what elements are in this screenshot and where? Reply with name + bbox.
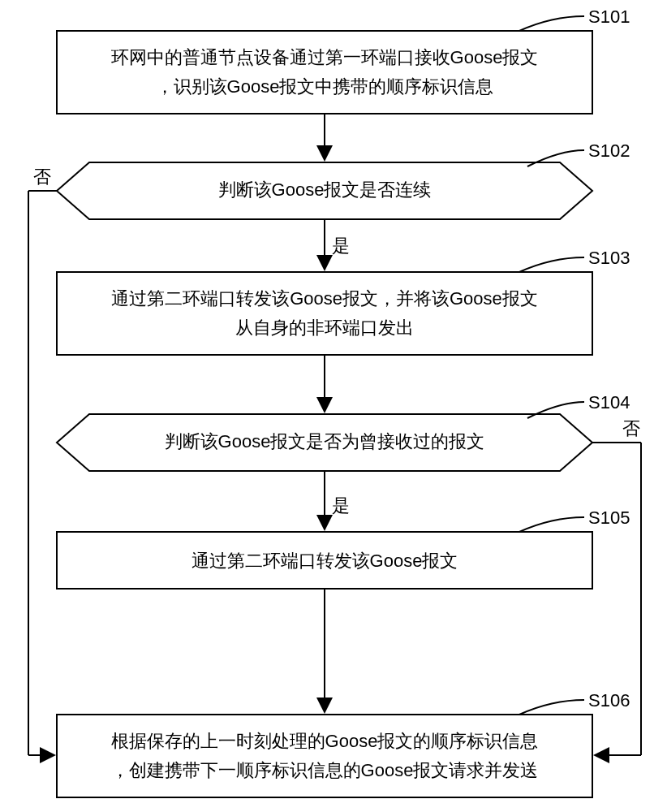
- step-s105: 通过第二环端口转发该Goose报文: [57, 532, 592, 589]
- s103-line2: 从自身的非环端口发出: [235, 317, 414, 338]
- s101-id: S101: [588, 6, 630, 27]
- step-s102: 判断该Goose报文是否连续: [57, 162, 592, 219]
- s103-line1: 通过第二环端口转发该Goose报文，并将该Goose报文: [111, 288, 538, 309]
- svg-rect-5: [57, 715, 592, 797]
- s102-yes-label: 是: [332, 235, 350, 256]
- step-s103: 通过第二环端口转发该Goose报文，并将该Goose报文 从自身的非环端口发出: [57, 272, 592, 355]
- svg-rect-0: [57, 31, 592, 114]
- s102-id: S102: [588, 140, 630, 161]
- s103-id: S103: [588, 248, 630, 268]
- s105-text: 通过第二环端口转发该Goose报文: [191, 551, 458, 571]
- s104-no-label: 否: [622, 418, 640, 438]
- s105-id: S105: [588, 508, 630, 528]
- step-s106: 根据保存的上一时刻处理的Goose报文的顺序标识信息 ，创建携带下一顺序标识信息…: [57, 715, 592, 797]
- s102-text: 判断该Goose报文是否连续: [218, 179, 432, 200]
- s104-id: S104: [588, 392, 630, 412]
- s104-yes-label: 是: [332, 495, 350, 516]
- s106-line1: 根据保存的上一时刻处理的Goose报文的顺序标识信息: [111, 731, 539, 751]
- s101-line1: 环网中的普通节点设备通过第一环端口接收Goose报文: [111, 47, 539, 67]
- s106-line2: ，创建携带下一顺序标识信息的Goose报文请求并发送: [111, 760, 539, 780]
- step-s104: 判断该Goose报文是否为曾接收过的报文: [57, 414, 592, 471]
- s104-text: 判断该Goose报文是否为曾接收过的报文: [165, 431, 485, 451]
- s102-no-label: 否: [33, 166, 51, 187]
- s106-id: S106: [588, 690, 630, 710]
- step-s101: 环网中的普通节点设备通过第一环端口接收Goose报文 ，识别该Goose报文中携…: [57, 31, 592, 114]
- s101-line2: ，识别该Goose报文中携带的顺序标识信息: [156, 76, 494, 97]
- svg-rect-2: [57, 272, 592, 355]
